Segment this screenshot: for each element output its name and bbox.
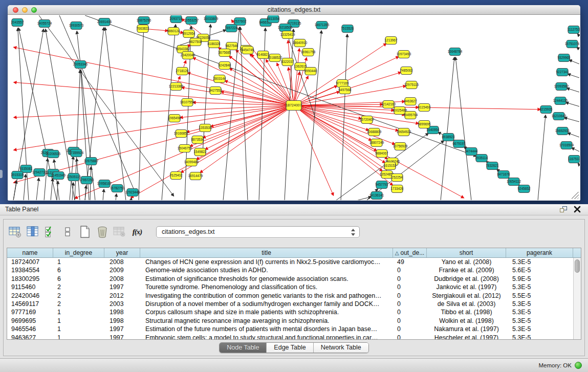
- graph-node[interactable]: 12213389: [169, 83, 184, 91]
- graph-node[interactable]: 9242848: [219, 62, 231, 70]
- graph-node[interactable]: 20053346: [73, 61, 88, 69]
- graph-node[interactable]: 10654112: [507, 178, 521, 186]
- table-row[interactable]: 969969511998Structural magnetic resonanc…: [7, 317, 573, 325]
- graph-node[interactable]: 2718126: [176, 68, 189, 75]
- graph-node[interactable]: 15751074: [565, 40, 580, 48]
- table-row[interactable]: 946554611997Estimation of the future num…: [7, 325, 573, 333]
- graph-node[interactable]: 16210643: [552, 113, 567, 120]
- graph-node[interactable]: 9457791: [376, 181, 388, 189]
- graph-node[interactable]: 3675685: [219, 49, 231, 57]
- graph-node[interactable]: 16782753: [110, 185, 125, 192]
- graph-node[interactable]: 19218506: [278, 24, 293, 32]
- graph-node[interactable]: 10553257: [184, 17, 199, 25]
- tab-network-table[interactable]: Network Table: [314, 343, 368, 353]
- graph-node[interactable]: 17359924: [69, 149, 84, 157]
- graph-node[interactable]: 8215935: [540, 106, 553, 114]
- function-builder-icon[interactable]: f(x): [129, 224, 145, 239]
- graph-node[interactable]: 15046755: [178, 145, 192, 152]
- table-selector-dropdown[interactable]: citations_edges.txt: [156, 226, 360, 238]
- graph-node[interactable]: 1733426: [391, 185, 404, 193]
- graph-node[interactable]: 8186328: [208, 40, 221, 48]
- panel-collapse-handle[interactable]: [0, 170, 3, 178]
- close-panel-icon[interactable]: [574, 206, 581, 213]
- graph-node[interactable]: 1112753: [568, 26, 580, 34]
- graph-node[interactable]: 15692931: [555, 127, 570, 135]
- column-header-year[interactable]: year: [104, 248, 140, 257]
- column-header-name[interactable]: name: [7, 248, 53, 257]
- graph-node[interactable]: 9899695: [418, 121, 431, 128]
- close-window-button[interactable]: [13, 7, 18, 13]
- tab-edge-table[interactable]: Edge Table: [267, 343, 313, 353]
- graph-node[interactable]: 16875296: [137, 17, 151, 25]
- table-row[interactable]: 1456911722003Disruption of a novel membe…: [7, 300, 573, 308]
- graph-node[interactable]: 2803144: [213, 75, 226, 83]
- graph-node[interactable]: 19930573: [69, 22, 84, 30]
- graph-node[interactable]: 2093719: [170, 15, 183, 23]
- graph-node[interactable]: 9884067: [376, 150, 388, 158]
- graph-node[interactable]: 15720407: [360, 116, 375, 124]
- graph-node[interactable]: 7625402: [170, 172, 183, 180]
- graph-node[interactable]: 15188520: [268, 54, 282, 62]
- table-row[interactable]: 1872400712008Changes of HCN gene express…: [7, 258, 573, 266]
- graph-node[interactable]: 10756928: [393, 143, 408, 150]
- graph-node[interactable]: 19495764: [403, 112, 418, 119]
- graph-node[interactable]: 11451949: [51, 172, 66, 180]
- graph-node[interactable]: 9227341: [556, 69, 569, 76]
- graph-node[interactable]: 13325419: [280, 31, 295, 39]
- graph-node[interactable]: 8454749: [242, 47, 254, 54]
- graph-node[interactable]: 18107554: [180, 99, 195, 106]
- graph-node[interactable]: 1353535: [199, 124, 212, 132]
- graph-node[interactable]: 9115460: [418, 104, 431, 112]
- table-row[interactable]: 911546021997Tourette syndrome. Phenomeno…: [7, 283, 573, 291]
- graph-node[interactable]: 1549822: [194, 148, 207, 156]
- table-settings-icon[interactable]: [8, 224, 23, 239]
- graph-node[interactable]: 9990440: [304, 68, 317, 75]
- graph-node[interactable]: 1213967: [385, 37, 398, 45]
- graph-hub-node[interactable]: 18724007: [286, 101, 301, 111]
- graph-node[interactable]: 9329965: [558, 54, 571, 62]
- graph-node[interactable]: 8471676: [497, 171, 510, 179]
- graph-node[interactable]: 12093582: [554, 83, 569, 91]
- network-canvas[interactable]: 2043557140557241993057320691406168752962…: [8, 15, 580, 200]
- graph-node[interactable]: 7857224: [225, 25, 238, 32]
- graph-node[interactable]: 10973493: [397, 51, 411, 58]
- graph-node[interactable]: 12444135: [553, 97, 568, 105]
- graph-node[interactable]: 14671355: [315, 21, 330, 29]
- column-header-short[interactable]: short: [427, 248, 506, 257]
- graph-node[interactable]: 16033809: [204, 15, 219, 23]
- graph-node[interactable]: 9860124: [167, 28, 180, 35]
- graph-node[interactable]: 12942737: [32, 169, 47, 177]
- graph-node[interactable]: 10688809: [367, 128, 382, 136]
- table-row[interactable]: 2242004622012Investigating the contribut…: [7, 292, 573, 300]
- graph-node[interactable]: 12975115: [404, 81, 419, 89]
- graph-node[interactable]: 8912954: [183, 30, 195, 38]
- graph-node[interactable]: 7485063: [400, 67, 413, 75]
- graph-node[interactable]: 19166857: [174, 130, 189, 138]
- table-vertical-scrollbar[interactable]: [573, 258, 581, 339]
- graph-node[interactable]: 30975887: [84, 158, 99, 165]
- select-rows-checkbox-icon[interactable]: [42, 224, 58, 239]
- graph-node[interactable]: 14055724: [37, 20, 52, 28]
- graph-node[interactable]: 2935114: [475, 155, 488, 162]
- graph-node[interactable]: 1965498: [168, 115, 181, 122]
- graph-node[interactable]: 17957253: [79, 177, 94, 184]
- graph-node[interactable]: 3915319: [11, 171, 24, 179]
- column-header-pagerank[interactable]: pagerank: [506, 248, 573, 257]
- graph-node[interactable]: 9463627: [404, 98, 417, 105]
- column-header-in_degree[interactable]: in_degree: [53, 248, 104, 257]
- graph-node[interactable]: 7832621: [486, 162, 499, 170]
- float-panel-icon[interactable]: [560, 206, 568, 213]
- tab-node-table[interactable]: Node Table: [220, 343, 267, 353]
- graph-node[interactable]: 16648784: [448, 48, 463, 56]
- graph-node[interactable]: 2043557: [11, 19, 24, 27]
- graph-node[interactable]: 9245652: [518, 185, 531, 193]
- graph-node[interactable]: 17016504: [559, 142, 574, 149]
- graph-node[interactable]: 7663822: [137, 25, 149, 33]
- zoom-window-button[interactable]: [31, 7, 37, 13]
- graph-node[interactable]: 20206535: [46, 150, 61, 158]
- graph-node[interactable]: 18807249: [369, 139, 384, 147]
- graph-node[interactable]: 20691406: [97, 18, 112, 26]
- graph-node[interactable]: 7515526: [341, 25, 354, 33]
- graph-node[interactable]: 9827508: [189, 38, 202, 46]
- graph-node[interactable]: 16961758: [301, 49, 316, 56]
